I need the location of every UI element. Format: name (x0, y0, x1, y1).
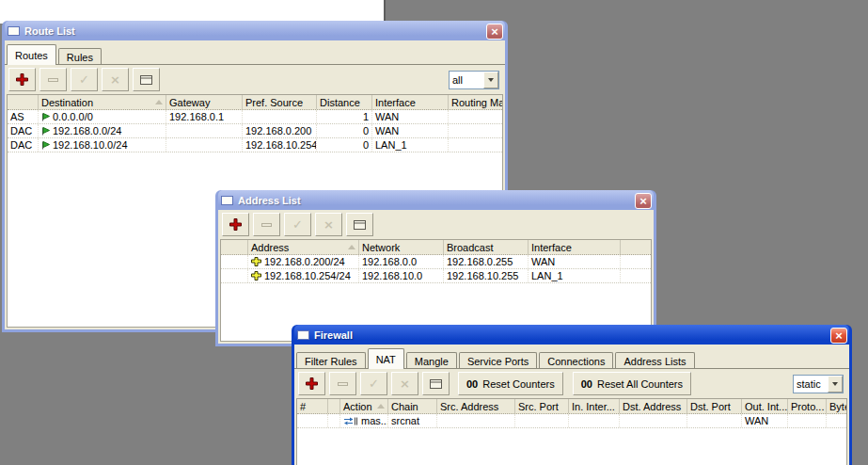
tab-connections[interactable]: Connections (539, 352, 613, 369)
address-row[interactable]: 192.168.0.200/24 192.168.0.0 192.168.0.2… (221, 255, 651, 269)
dropdown-button[interactable] (828, 376, 843, 393)
route-destination-value: 192.168.10.0/24 (53, 139, 128, 151)
minus-icon (338, 382, 348, 386)
tab-routes[interactable]: Routes (7, 44, 56, 65)
route-row[interactable]: DAC 192.168.0.0/24 192.168.0.200 0 WAN (8, 124, 502, 138)
disable-button[interactable]: × (102, 68, 129, 91)
tab-filter-rules[interactable]: Filter Rules (296, 352, 366, 369)
address-row[interactable]: 192.168.10.254/24 192.168.10.0 192.168.1… (221, 269, 651, 283)
column-interface[interactable]: Interface (529, 240, 621, 254)
disable-button[interactable]: × (391, 372, 418, 395)
tab-rules[interactable]: Rules (58, 48, 102, 65)
tab-service-ports[interactable]: Service Ports (459, 352, 537, 369)
comment-button[interactable] (133, 68, 160, 91)
nat-protocol (788, 414, 827, 427)
firewall-filter-dropdown[interactable]: static (793, 375, 844, 393)
window-title: Route List (24, 25, 75, 37)
route-flags: DAC (8, 138, 39, 152)
route-list-tabstrip: Routes Rules (5, 40, 505, 65)
route-row[interactable]: DAC 192.168.10.0/24 192.168.10.254 0 LAN… (8, 138, 502, 152)
masquerade-icon (343, 417, 358, 425)
column-blank[interactable] (328, 399, 340, 413)
route-distance: 1 (317, 110, 372, 123)
route-pref-source (243, 110, 317, 123)
column-protocol[interactable]: Proto... (788, 399, 827, 413)
route-filter-value: all (450, 72, 483, 88)
add-button[interactable] (298, 372, 325, 395)
column-destination[interactable]: Destination (39, 95, 166, 109)
column-destination-label: Destination (41, 97, 93, 108)
address-table-header: Address Network Broadcast Interface (221, 240, 651, 255)
route-gateway (166, 138, 243, 152)
tab-address-lists[interactable]: Address Lists (615, 352, 694, 369)
add-button[interactable] (8, 68, 36, 91)
comment-button[interactable] (346, 213, 373, 236)
route-filter-dropdown[interactable]: all (449, 71, 499, 89)
route-interface: WAN (372, 110, 449, 123)
firewall-toolbar: ✓ × 00Reset Counters 00Reset All Counter… (294, 369, 849, 398)
firewall-tabstrip: Filter Rules NAT Mangle Service Ports Co… (294, 345, 849, 369)
remove-button[interactable] (39, 68, 67, 91)
nat-rule-row[interactable]: mas... srcnat WAN (297, 414, 846, 428)
comment-button[interactable] (422, 372, 450, 395)
dropdown-button[interactable] (483, 72, 498, 88)
sort-asc-icon (348, 245, 355, 249)
close-icon[interactable]: × (830, 328, 847, 344)
column-dst-port[interactable]: Dst. Port (687, 399, 742, 413)
close-icon[interactable]: × (486, 24, 503, 40)
column-interface[interactable]: Interface (372, 95, 449, 109)
nat-src-address (437, 414, 515, 427)
disable-button[interactable]: × (315, 213, 342, 236)
column-dst-address[interactable]: Dst. Address (620, 399, 687, 413)
column-flags[interactable] (8, 95, 39, 109)
nat-number (297, 414, 328, 427)
route-row[interactable]: AS 0.0.0.0/0 192.168.0.1 1 WAN (8, 110, 502, 124)
column-src-address[interactable]: Src. Address (437, 399, 515, 413)
nat-action: mas... (340, 414, 388, 427)
column-in-interface[interactable]: In. Inter... (569, 399, 620, 413)
add-button[interactable] (222, 213, 249, 236)
column-bytes[interactable]: Byte (827, 399, 846, 413)
enable-button[interactable]: ✓ (71, 68, 98, 91)
remove-button[interactable] (253, 213, 280, 236)
enable-button[interactable]: ✓ (360, 372, 387, 395)
reset-all-counters-button[interactable]: 00Reset All Counters (573, 372, 691, 395)
comment-icon (430, 379, 442, 389)
enable-button[interactable]: ✓ (284, 213, 311, 236)
remove-button[interactable] (329, 372, 356, 395)
nat-src-port (515, 414, 569, 427)
column-out-interface[interactable]: Out. Int... (742, 399, 788, 413)
close-icon[interactable]: × (635, 193, 652, 209)
column-address[interactable]: Address (248, 240, 359, 254)
tab-nat[interactable]: NAT (368, 348, 404, 369)
address-network: 192.168.10.0 (359, 269, 444, 282)
firewall-titlebar[interactable]: Firewall × (294, 325, 849, 345)
window-title: Firewall (314, 329, 353, 341)
nat-chain: srcnat (388, 414, 437, 427)
column-chain[interactable]: Chain (388, 399, 437, 413)
column-routing-mark[interactable]: Routing Mark (449, 95, 502, 109)
firewall-window: Firewall × Filter Rules NAT Mangle Servi… (292, 325, 852, 465)
address-value-cell: 192.168.0.200/24 (248, 255, 359, 268)
column-broadcast[interactable]: Broadcast (444, 240, 529, 254)
column-src-port[interactable]: Src. Port (515, 399, 569, 413)
column-distance[interactable]: Distance (317, 95, 372, 109)
check-icon: ✓ (292, 218, 303, 231)
address-list-titlebar[interactable]: Address List × (218, 190, 654, 210)
column-number[interactable]: # (297, 399, 328, 413)
route-list-titlebar[interactable]: Route List × (5, 21, 505, 40)
column-gateway[interactable]: Gateway (166, 95, 243, 109)
address-value: 192.168.0.200/24 (264, 256, 345, 267)
nat-action-value: mas... (361, 415, 388, 426)
column-action[interactable]: Action (340, 399, 388, 413)
column-pref-source[interactable]: Pref. Source (243, 95, 317, 109)
reset-counters-button[interactable]: 00Reset Counters (458, 372, 563, 395)
check-icon: ✓ (79, 73, 89, 86)
column-blank[interactable] (221, 240, 248, 254)
column-network[interactable]: Network (359, 240, 444, 254)
nat-bytes (827, 414, 846, 427)
route-flags: AS (8, 110, 39, 123)
address-broadcast: 192.168.10.255 (444, 269, 529, 282)
minus-icon (48, 78, 58, 82)
tab-mangle[interactable]: Mangle (406, 352, 457, 369)
